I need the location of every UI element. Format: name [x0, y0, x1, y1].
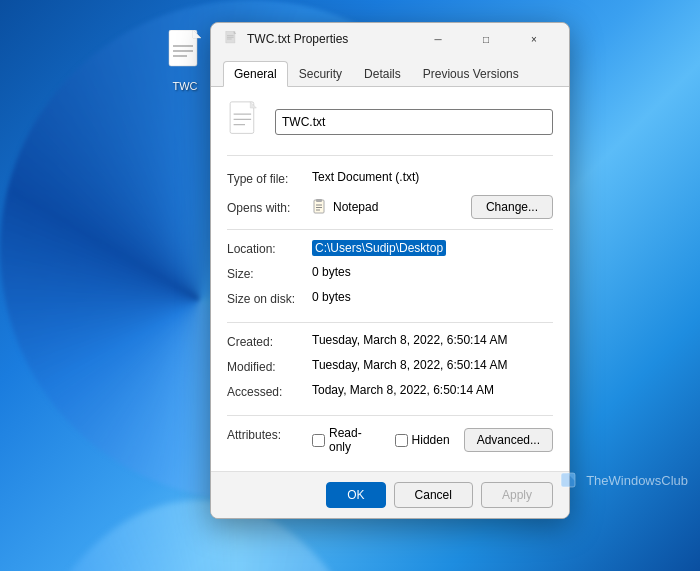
size-on-disk-value: 0 bytes	[312, 290, 553, 304]
title-bar-icon	[223, 31, 239, 47]
size-value: 0 bytes	[312, 265, 553, 279]
file-icon-large	[227, 101, 263, 143]
notepad-icon	[312, 199, 328, 215]
modified-value: Tuesday, March 8, 2022, 6:50:14 AM	[312, 358, 553, 372]
dialog-content: Type of file: Text Document (.txt) Opens…	[211, 87, 569, 471]
svg-rect-6	[226, 31, 235, 43]
divider-3	[227, 415, 553, 416]
opens-with-row: Opens with: Notepad Change...	[227, 195, 553, 219]
created-row: Created: Tuesday, March 8, 2022, 6:50:14…	[227, 333, 553, 355]
title-bar: TWC.txt Properties ─ □ ×	[211, 23, 569, 55]
tab-bar: General Security Details Previous Versio…	[211, 55, 569, 87]
ok-button[interactable]: OK	[326, 482, 385, 508]
cancel-button[interactable]: Cancel	[394, 482, 473, 508]
accessed-row: Accessed: Today, March 8, 2022, 6:50:14 …	[227, 383, 553, 405]
location-row: Location: C:\Users\Sudip\Desktop	[227, 240, 553, 262]
opens-label: Opens with:	[227, 199, 312, 215]
size-label: Size:	[227, 265, 312, 281]
advanced-button[interactable]: Advanced...	[464, 428, 553, 452]
tab-details[interactable]: Details	[353, 61, 412, 87]
type-row: Type of file: Text Document (.txt)	[227, 170, 553, 192]
type-value: Text Document (.txt)	[312, 170, 553, 184]
modified-label: Modified:	[227, 358, 312, 374]
dialog-footer: OK Cancel Apply	[211, 471, 569, 518]
svg-rect-17	[316, 199, 322, 202]
location-value: C:\Users\Sudip\Desktop	[312, 240, 446, 256]
type-section: Type of file: Text Document (.txt) Opens…	[227, 170, 553, 219]
tab-general[interactable]: General	[223, 61, 288, 87]
location-label: Location:	[227, 240, 312, 256]
divider-2	[227, 322, 553, 323]
accessed-value: Today, March 8, 2022, 6:50:14 AM	[312, 383, 553, 397]
readonly-checkbox[interactable]	[312, 434, 325, 447]
opens-app: Notepad	[333, 200, 471, 214]
attributes-label: Attributes:	[227, 426, 312, 442]
modified-row: Modified: Tuesday, March 8, 2022, 6:50:1…	[227, 358, 553, 380]
apply-button[interactable]: Apply	[481, 482, 553, 508]
dates-section: Created: Tuesday, March 8, 2022, 6:50:14…	[227, 333, 553, 405]
dialog-title: TWC.txt Properties	[247, 32, 415, 46]
file-svg-icon	[165, 30, 205, 78]
size-on-disk-row: Size on disk: 0 bytes	[227, 290, 553, 312]
accessed-label: Accessed:	[227, 383, 312, 399]
tab-security[interactable]: Security	[288, 61, 353, 87]
properties-dialog: TWC.txt Properties ─ □ × General Securit…	[210, 22, 570, 519]
size-row: Size: 0 bytes	[227, 265, 553, 287]
maximize-button[interactable]: □	[463, 24, 509, 54]
readonly-label[interactable]: Read-only	[312, 426, 381, 454]
filename-input[interactable]	[275, 109, 553, 135]
attributes-row: Attributes: Read-only Hidden Advanced...	[227, 426, 553, 454]
size-on-disk-label: Size on disk:	[227, 290, 312, 306]
desktop-file-label: TWC	[172, 80, 197, 92]
tab-previous-versions[interactable]: Previous Versions	[412, 61, 530, 87]
type-label: Type of file:	[227, 170, 312, 186]
close-button[interactable]: ×	[511, 24, 557, 54]
divider-1	[227, 229, 553, 230]
desktop-file-icon[interactable]: TWC	[165, 30, 205, 92]
minimize-button[interactable]: ─	[415, 24, 461, 54]
created-label: Created:	[227, 333, 312, 349]
created-value: Tuesday, March 8, 2022, 6:50:14 AM	[312, 333, 553, 347]
attributes-controls: Read-only Hidden Advanced...	[312, 426, 553, 454]
location-section: Location: C:\Users\Sudip\Desktop Size: 0…	[227, 240, 553, 312]
filename-row	[227, 101, 553, 156]
change-button[interactable]: Change...	[471, 195, 553, 219]
hidden-checkbox[interactable]	[395, 434, 408, 447]
hidden-label[interactable]: Hidden	[395, 433, 450, 447]
window-controls: ─ □ ×	[415, 24, 557, 54]
